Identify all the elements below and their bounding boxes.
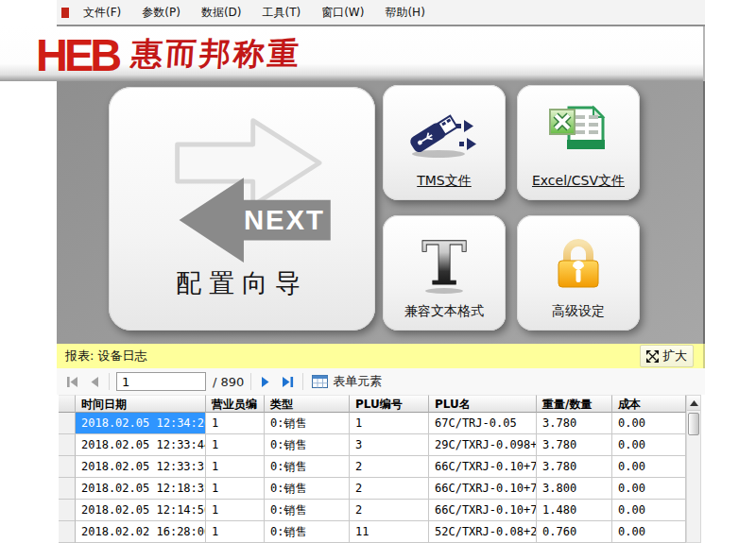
config-wizard-button[interactable]: NEXT 配置向导 — [109, 87, 375, 331]
table-cell[interactable]: 3.800 — [537, 478, 612, 500]
table-cell[interactable]: 66C/TXRJ-0.10+750D — [429, 500, 537, 521]
advanced-settings-button[interactable]: 高级设定 — [517, 215, 640, 331]
column-header[interactable]: 营业员编 — [206, 395, 265, 413]
tms-file-button[interactable]: TMS文件 — [383, 85, 506, 200]
table-cell[interactable]: 1 — [206, 413, 265, 434]
row-selector-cell[interactable] — [59, 500, 76, 521]
table-cell[interactable]: 67C/TRJ-0.05 — [429, 413, 537, 434]
table-cell[interactable]: 0.00 — [612, 500, 686, 521]
table-cell[interactable]: 3.780 — [537, 413, 612, 434]
table-header-row: 时间日期营业员编类型PLU编号PLU名重量/数量成本 — [59, 395, 686, 413]
excel-csv-button[interactable]: Excel/CSV文件 — [517, 85, 640, 200]
table-cell[interactable]: 52C/TXRJ-0.08+250D — [429, 521, 537, 543]
table-cell[interactable]: 0.00 — [612, 413, 686, 434]
table-cell[interactable]: 2018.02.05 12:18:35 — [76, 478, 206, 500]
table-cell[interactable]: 0:销售 — [265, 521, 350, 543]
row-selector-cell[interactable] — [59, 521, 76, 543]
table-row[interactable]: 2018.02.05 12:14:5010:销售266C/TXRJ-0.10+7… — [59, 500, 686, 521]
advanced-settings-label: 高级设定 — [552, 303, 605, 320]
first-page-button[interactable] — [64, 374, 81, 390]
column-header[interactable]: 重量/数量 — [537, 395, 612, 413]
table-row[interactable]: 2018.02.05 12:33:3110:销售266C/TXRJ-0.10+7… — [59, 456, 686, 478]
table-row[interactable]: 2018.02.05 12:34:2610:销售167C/TRJ-0.053.7… — [59, 413, 686, 434]
form-elements-button[interactable]: 表单元素 — [310, 371, 384, 392]
text-format-label: 兼容文本格式 — [404, 303, 484, 320]
table-cell[interactable]: 66C/TXRJ-0.10+750D — [429, 478, 537, 500]
last-page-button[interactable] — [279, 374, 296, 390]
toolbar-separator — [250, 373, 251, 390]
column-header[interactable]: 时间日期 — [76, 395, 206, 413]
menu-item[interactable]: 数据(D) — [191, 1, 252, 25]
table-cell[interactable]: 0.00 — [612, 521, 686, 543]
table-cell[interactable]: 1 — [206, 478, 265, 500]
table-cell[interactable]: 2018.02.05 12:14:50 — [76, 500, 206, 521]
table-cell[interactable]: 0.00 — [612, 478, 686, 500]
table-cell[interactable]: 2 — [350, 478, 429, 500]
table-row[interactable]: 2018.02.02 16:28:0010:销售1152C/TXRJ-0.08+… — [59, 521, 686, 543]
page-total-label: / 890 — [213, 375, 244, 389]
menu-item[interactable]: 参数(P) — [131, 1, 191, 25]
table-cell[interactable]: 3.780 — [537, 434, 612, 456]
table-cell[interactable]: 1 — [350, 413, 429, 434]
menu-item[interactable]: 帮助(H) — [374, 1, 435, 25]
table-cell[interactable]: 0:销售 — [265, 456, 350, 478]
table-cell[interactable]: 66C/TXRJ-0.10+750D — [429, 456, 537, 478]
menu-bar: 文件(F)参数(P)数据(D)工具(T)窗口(W)帮助(H) — [57, 0, 705, 26]
column-header[interactable]: 成本 — [612, 395, 686, 413]
table-cell[interactable]: 2 — [350, 456, 429, 478]
row-selector-cell[interactable] — [59, 478, 76, 500]
table-row[interactable]: 2018.02.05 12:18:3510:销售266C/TXRJ-0.10+7… — [59, 478, 686, 500]
table-cell[interactable]: 0.00 — [612, 434, 686, 456]
menu-item[interactable]: 文件(F) — [73, 1, 131, 25]
report-bar: 报表: 设备日志 扩大 — [57, 344, 705, 368]
report-title: 报表: 设备日志 — [65, 348, 147, 365]
scrollbar-thumb[interactable] — [688, 413, 699, 435]
table-cell[interactable]: 0:销售 — [265, 478, 350, 500]
row-selector-cell[interactable] — [59, 434, 76, 456]
expand-label: 扩大 — [662, 348, 687, 365]
vertical-scrollbar[interactable] — [686, 395, 701, 543]
table-row[interactable]: 2018.02.05 12:33:4410:销售329C/TXRJ-0.098+… — [59, 434, 686, 456]
table-cell[interactable]: 2 — [350, 500, 429, 521]
table-cell[interactable]: 0:销售 — [265, 500, 350, 521]
table-cell[interactable]: 1 — [206, 456, 265, 478]
expand-button[interactable]: 扩大 — [640, 345, 694, 367]
form-elements-label: 表单元素 — [333, 373, 382, 390]
table-cell[interactable]: 11 — [350, 521, 429, 543]
scroll-up-button[interactable] — [687, 396, 700, 411]
table-cell[interactable]: 1 — [206, 521, 265, 543]
table-cell[interactable]: 1 — [206, 500, 265, 521]
table-cell[interactable]: 0.760 — [537, 521, 612, 543]
table-cell[interactable]: 0.00 — [612, 456, 686, 478]
table-cell[interactable]: 2018.02.05 12:33:44 — [76, 434, 206, 456]
table-cell[interactable]: 0:销售 — [265, 413, 350, 434]
table-cell[interactable]: 1.480 — [537, 500, 612, 521]
table-cell[interactable]: 1 — [206, 434, 265, 456]
text-format-button[interactable]: T 兼容文本格式 — [383, 215, 506, 331]
row-selector-cell[interactable] — [59, 456, 76, 478]
table-cell[interactable]: 2018.02.05 12:33:31 — [76, 456, 206, 478]
menu-item[interactable]: 工具(T) — [251, 1, 311, 25]
column-header[interactable]: PLU编号 — [350, 395, 429, 413]
excel-file-icon — [544, 102, 612, 164]
report-table: 时间日期营业员编类型PLU编号PLU名重量/数量成本2018.02.05 12:… — [59, 395, 686, 543]
column-header[interactable]: PLU名 — [429, 395, 537, 413]
previous-page-button[interactable] — [88, 374, 102, 390]
toolbar-separator — [302, 373, 303, 390]
table-cell[interactable]: 2018.02.05 12:34:26 — [76, 413, 206, 434]
table-cell[interactable]: 3.780 — [537, 456, 612, 478]
next-page-button[interactable] — [258, 374, 272, 390]
app-icon — [61, 8, 69, 18]
row-selector-cell[interactable] — [59, 413, 76, 434]
menu-item[interactable]: 窗口(W) — [311, 1, 374, 25]
column-header[interactable]: 类型 — [265, 395, 350, 413]
padlock-icon — [547, 233, 610, 294]
tms-file-label: TMS文件 — [417, 173, 472, 190]
table-cell[interactable]: 3 — [350, 434, 429, 456]
table-cell[interactable]: 2018.02.02 16:28:00 — [76, 521, 206, 543]
config-wizard-label: 配置向导 — [176, 266, 308, 300]
page-number-input[interactable] — [116, 372, 206, 391]
pager-toolbar: / 890 表单元素 — [57, 368, 705, 395]
table-cell[interactable]: 0:销售 — [265, 434, 350, 456]
table-cell[interactable]: 29C/TXRJ-0.098+250D — [429, 434, 537, 456]
